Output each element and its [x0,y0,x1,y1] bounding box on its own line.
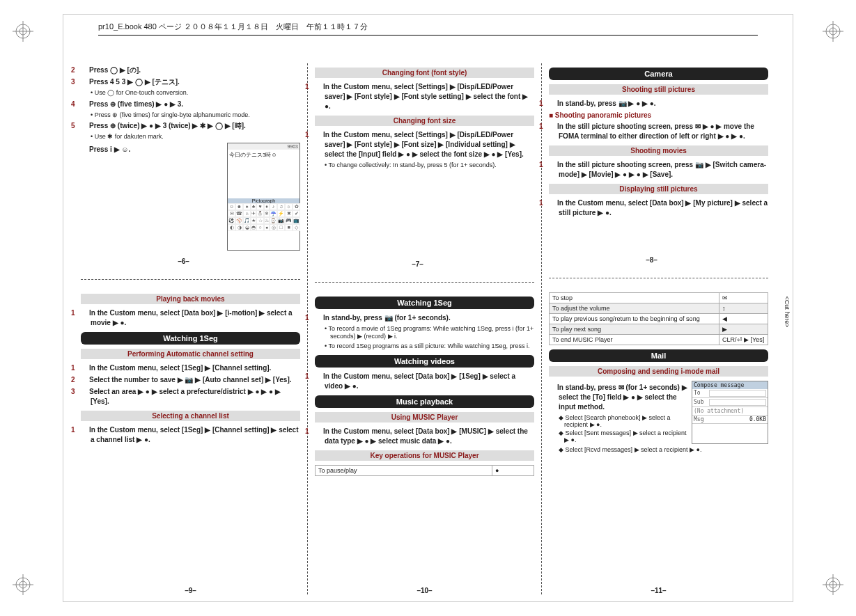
compose-sub-label: Sub [694,399,709,406]
playing-back-movies-heading: Playing back movies [81,294,300,304]
step-2: 2Press ◯ ▶ [の]. [81,65,300,75]
camera-heading: Camera [549,68,768,80]
key-ops-table-partial: To pause/play● [315,465,534,476]
p7-s1: 1In the Custom menu, select [Settings] ▶… [315,82,534,111]
step-3-note: • Use ◯ for One-touch conversion. [81,89,300,97]
step-5: 5Press ⊕ (twice) ▶ ● ▶ 3 (twice) ▶ ✱ ▶ ◯… [81,121,300,131]
shooting-movies-heading: Shooting movies [549,145,768,156]
compose-message-screenshot: Compose message To Sub (No attachment) M… [692,381,768,444]
registration-mark-icon [823,574,843,595]
phone-text-line: 今日のテニス3時☺ [228,150,299,160]
phone-screenshot: 9903 今日のテニス3時☺ Pictograph ☺☻♠♣♥♦♪♫☼✿ ✉☎⌂… [227,143,300,251]
page-11-block: To stop✉ To adjust the volume↕ To play p… [549,292,768,453]
watching-1seg-heading-10: Watching 1Seg [315,297,534,309]
displaying-stills-heading: Displaying still pictures [549,184,768,194]
using-music-player-heading: Using MUSIC Player [315,412,534,422]
key-ops-table: To stop✉ To adjust the volume↕ To play p… [549,292,768,345]
p8-s1: 1In stand-by, press 📷 ▶ ● ▶ ●. [549,99,768,109]
p7-s2-note: • To change collectively: In stand-by, p… [315,161,534,170]
page-number-8: –8– [549,256,754,264]
compose-mail-heading: Composing and sending i-mode mail [549,366,768,377]
compose-sub-field [709,399,766,406]
header-text: pr10_E.book 480 ページ ２００８年１１月１８日 火曜日 午前１１… [98,22,368,31]
content-columns: 2Press ◯ ▶ [の]. 3Press 4 5 3 ▶ ◯ ▶ [テニス]… [74,63,775,594]
column-3: Camera Shooting still pictures 1In stand… [542,63,775,594]
p10-s3: 1In the Custom menu, select [Data box] ▶… [315,427,534,446]
p8-s1b: 1In the still picture shooting screen, p… [549,122,768,141]
p9-s2-3: 3Select an area ▶ ● ▶ select a prefectur… [81,387,300,406]
p9-s2-2: 2Select the number to save ▶ 📷 ▶ [Auto c… [81,375,300,385]
registration-mark-icon [13,21,33,42]
font-style-heading: Changing font (font style) [315,68,534,78]
table-row: To pause/play● [316,465,534,475]
phone-status: 9903 [287,144,298,149]
step-3: 3Press 4 5 3 ▶ ◯ ▶ [テニス]. [81,77,300,87]
page-7-block: Changing font (font style) 1In the Custo… [315,68,534,268]
step-4: 4Press ⊕ (five times) ▶ ● ▶ 3. [81,100,300,109]
page-number-6: –6– [81,258,286,265]
registration-mark-icon [823,21,843,42]
auto-channel-heading: Performing Automatic channel setting [81,349,300,359]
mail-heading: Mail [549,349,768,362]
compose-to-label: To [694,390,709,397]
row-divider [549,278,768,278]
shooting-stills-heading: Shooting still pictures [549,84,768,95]
page-number-7: –7– [315,260,520,268]
step-5-note: • Use ✱ for dakuten mark. [81,133,300,141]
compose-to-field [709,390,766,397]
table-row: To adjust the volume↕ [550,303,768,314]
table-row: To end MUSIC PlayerCLR/⏎ ▶ [Yes] [550,335,768,345]
row-divider [81,279,300,280]
select-channel-list-heading: Selecting a channel list [81,411,300,421]
page-8-block: Camera Shooting still pictures 1In stand… [549,68,768,264]
p10-s1-note1: • To record a movie of 1Seg programs: Wh… [315,325,534,341]
compose-msg-label: Msg [694,416,709,422]
step-4-note: • Press ⊕ (five times) for single-byte a… [81,111,300,120]
page-frame: pr10_E.book 480 ページ ２００８年１１月１８日 火曜日 午前１１… [63,14,793,602]
compose-title: Compose message [692,381,768,389]
page-number-10: –10– [315,587,534,594]
compose-body [692,424,768,443]
watching-1seg-heading: Watching 1Seg [81,332,300,345]
registration-mark-icon [13,574,33,595]
page-number-11: –11– [549,587,768,594]
p9-s1: 1In the Custom menu, select [Data box] ▶… [81,308,300,328]
page-9-block: Playing back movies 1In the Custom menu,… [81,294,300,445]
p9-s2-1: 1In the Custom menu, select [1Seg] ▶ [Ch… [81,363,300,373]
table-row: To play next song▶ [550,324,768,335]
font-size-heading: Changing font size [315,116,534,126]
pictograph-label: Pictograph [228,198,299,203]
p10-s1: 1In stand-by, press 📷 (for 1+ seconds). [315,313,534,323]
p11-b3: ◆ Select [Rcvd messages] ▶ select a reci… [549,446,768,453]
p10-s2: 1In the Custom menu, select [Data box] ▶… [315,372,534,391]
column-2: Changing font (font style) 1In the Custo… [308,63,542,594]
p10-s1-note2: • To record 1Seg programs as a still pic… [315,342,534,351]
compose-size: 0.0KB [709,416,766,422]
watching-videos-heading: Watching videos [315,355,534,368]
row-divider [315,282,534,283]
table-row: To play previous song/return to the begi… [550,314,768,324]
table-row: To stop✉ [550,293,768,303]
pictograph-grid: ☺☻♠♣♥♦♪♫☼✿ ✉☎⌂✈⛄❄☔⚡✖✔ ⚽⚾🎵★☆♨⌚📷🎮📺 ◐◑◒◓○●◎… [228,203,299,231]
key-ops-heading: Key operations for MUSIC Player [315,450,534,461]
compose-attachment: (No attachment) [694,408,766,414]
page-number-9: –9– [81,587,300,594]
p9-s3: 1In the Custom menu, select [1Seg] ▶ [Ch… [81,425,300,445]
page-6-block: 2Press ◯ ▶ [の]. 3Press 4 5 3 ▶ ◯ ▶ [テニス]… [81,65,300,265]
p8-s3: 1In the Custom menu, select [Data box] ▶… [549,198,768,218]
music-playback-heading: Music playback [315,395,534,408]
column-1: 2Press ◯ ▶ [の]. 3Press 4 5 3 ▶ ◯ ▶ [テニス]… [74,63,308,594]
p7-s2: 1In the Custom menu, select [Settings] ▶… [315,130,534,159]
panoramic-subheading: ■ Shooting panoramic pictures [549,111,768,119]
cut-here-label: <Cut here> [783,296,790,327]
p8-s2: 1In the still picture shooting screen, p… [549,160,768,180]
page-10-block: Watching 1Seg 1In stand-by, press 📷 (for… [315,297,534,476]
document-header: pr10_E.book 480 ページ ２００８年１１月１８日 火曜日 午前１１… [98,22,758,35]
